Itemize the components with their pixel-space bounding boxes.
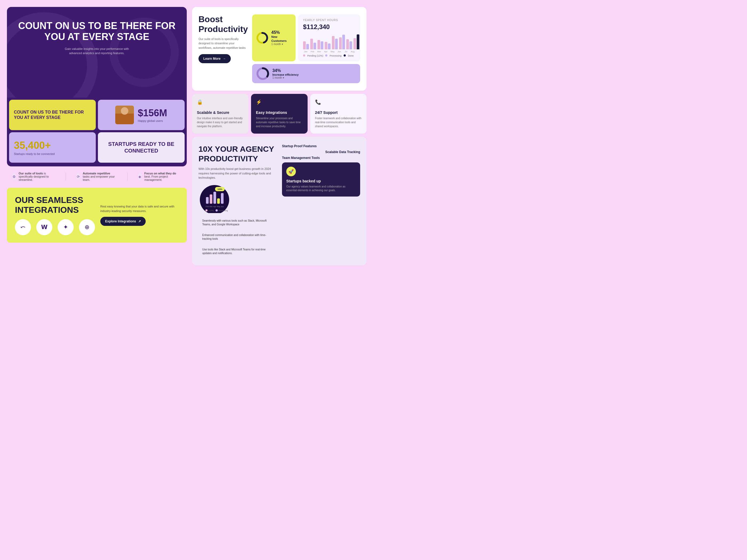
- stat-startups-text: STARTUPS READY TO BE CONNECTED: [103, 141, 180, 154]
- ticker-text-1: Our suite of tools is specifically desig…: [19, 172, 55, 181]
- svg-rect-12: [221, 193, 224, 204]
- phone-icon: 📞: [315, 99, 324, 108]
- bar-jul-1: [346, 39, 349, 49]
- bar-feb-1: [310, 39, 313, 49]
- integration-icon-3: ✦: [58, 219, 74, 235]
- learn-more-arrow: →: [223, 57, 226, 60]
- ticker-item-2: ⟳ Automate repetitive tasks and empower …: [76, 172, 116, 181]
- stats-grid: COUNT ON US TO BE THERE FOR YOU AT EVERY…: [7, 98, 187, 166]
- bar-group-jul: [346, 39, 352, 49]
- month-jan: Jan: [303, 50, 308, 53]
- chart-bars: [303, 33, 355, 49]
- bar-may-1: [332, 36, 335, 49]
- svg-rect-9: [210, 194, 212, 204]
- new-customers-widget: 45% New Customers 1 month ▾: [252, 15, 295, 61]
- svg-text:Apr: Apr: [213, 206, 216, 208]
- right-panel: Boost Productivity Our suite of tools is…: [187, 7, 366, 265]
- highlight-desc: Our agency values teamwork and collabora…: [286, 185, 356, 192]
- efficiency-value: 34%: [273, 68, 299, 73]
- ticker-icon-1: ⚙: [12, 173, 16, 180]
- integrations-section: OUR SEAMLESS INTEGRATIONS ⤺ 𝗪 ✦ ⊕ Rest e…: [7, 188, 187, 243]
- legend-label-pending: Pending (12%): [307, 54, 323, 57]
- bar-group-jun: [339, 35, 345, 49]
- bar-apr-2: [328, 44, 331, 49]
- prod-chart-svg: 120h Feb Mar Apr May Jun ( 12%) Processi…: [199, 184, 247, 213]
- bar-group-may: [332, 36, 338, 49]
- efficiency-sub[interactable]: 1 month ▾: [273, 76, 299, 79]
- productivity-section: 10X YOUR AGENCY PRODUCTIVITY With 10x pr…: [192, 137, 366, 265]
- efficiency-widget: 34% Increase efficiency 1 month ▾: [252, 64, 360, 83]
- month-apr: Apr: [323, 50, 328, 53]
- benefit-item-3: Use tools like Slack and Microsoft Teams…: [199, 245, 277, 258]
- ticker-icon-3: ◈: [138, 173, 141, 180]
- benefit-item-1: Seamlessly with various tools such as Sl…: [199, 216, 277, 229]
- ticker-divider-2: [127, 172, 128, 181]
- bar-may-2: [335, 39, 338, 49]
- lightning-icon: ⚡: [256, 99, 264, 108]
- feature-card-scalable: 🔒 Scalable & Secure Our intuitive interf…: [192, 94, 248, 134]
- bar-group-apr: [325, 42, 331, 49]
- month-aug: Aug: [350, 50, 355, 53]
- new-customers-info: 45% New Customers 1 month ▾: [271, 30, 292, 46]
- explore-btn-arrow: ↗: [138, 219, 141, 223]
- integrations-icons-row: ⤺ 𝗪 ✦ ⊕: [15, 219, 95, 235]
- stat-revenue-value: $156M: [138, 107, 167, 119]
- boost-widgets: 45% New Customers 1 month ▾ YEARLY SPENT…: [252, 15, 360, 83]
- bar-mar-1: [317, 40, 320, 49]
- month-may: May: [330, 50, 335, 53]
- integration-icon-1: ⤺: [15, 219, 31, 235]
- stat-startups-sub: Startups ready to be connected: [14, 152, 91, 156]
- ticker-text-3: Focus on what they do best. From project…: [144, 172, 181, 181]
- highlight-card: 🚀 Startups backed up Our agency values t…: [282, 162, 360, 196]
- feature-card-integrations: ⚡ Easy Integrations Streamline your proc…: [251, 94, 307, 134]
- integrations-right: Rest easy knowing that your data is safe…: [100, 204, 179, 226]
- hero-subtitle: Gain valuable insights into your perform…: [59, 47, 134, 55]
- stat-slogan-label: COUNT ON US TO BE THERE FOR YOU AT EVERY…: [14, 110, 91, 120]
- bar-aug-2: [357, 34, 359, 49]
- svg-rect-8: [206, 197, 209, 204]
- prod-feature-1: Startup Proof Features: [282, 144, 360, 148]
- integration-icon-2: 𝗪: [36, 219, 52, 235]
- svg-rect-10: [213, 192, 216, 204]
- ticker-icon-2: ⟳: [76, 173, 80, 180]
- donut-sub[interactable]: 1 month ▾: [271, 43, 292, 46]
- stat-revenue-sub: Happy global users: [138, 119, 167, 123]
- integrations-left: OUR SEAMLESS INTEGRATIONS ⤺ 𝗪 ✦ ⊕: [15, 195, 95, 235]
- month-feb: Feb: [310, 50, 315, 53]
- productivity-title: 10X YOUR AGENCY PRODUCTIVITY: [199, 144, 277, 163]
- prod-feature-3: Team Management Tools: [282, 156, 360, 160]
- bar-apr-1: [325, 42, 327, 49]
- efficiency-info: 34% Increase efficiency 1 month ▾: [273, 68, 299, 79]
- svg-point-22: [215, 209, 218, 211]
- learn-more-button[interactable]: Learn More →: [199, 54, 231, 63]
- highlight-icon: 🚀: [286, 167, 296, 176]
- legend-dot-processing: [325, 54, 327, 56]
- yearly-panel: YEARLY SPENT HOURS $112,340: [298, 15, 360, 61]
- hero-title: COUNT ON US TO BE THERE FOR YOU AT EVERY…: [18, 20, 176, 43]
- bar-jun-1: [339, 37, 342, 49]
- yearly-label: YEARLY SPENT HOURS: [303, 19, 355, 22]
- productivity-right: Startup Proof Features Scalable Data Tra…: [282, 144, 360, 258]
- stat-revenue-info: $156M Happy global users: [138, 107, 167, 123]
- ticker-divider-1: [66, 172, 66, 181]
- boost-widgets-row: 45% New Customers 1 month ▾ YEARLY SPENT…: [252, 15, 360, 61]
- ticker-item-3: ◈ Focus on what they do best. From proje…: [138, 172, 181, 181]
- feature-desc-integrations: Streamline your processes and automate r…: [256, 116, 303, 128]
- benefits-list: Seamlessly with various tools such as Sl…: [199, 216, 277, 258]
- boost-title: Boost Productivity: [199, 15, 248, 34]
- svg-point-20: [205, 209, 208, 211]
- svg-text:( 12%): ( 12%): [208, 210, 214, 212]
- bar-group-mar: [317, 40, 323, 49]
- feature-title-integrations: Easy Integrations: [256, 110, 303, 115]
- feature-desc-scalable: Our intuitive interface and user-friendl…: [197, 116, 243, 128]
- svg-text:120h: 120h: [217, 188, 222, 190]
- chart-month-labels: Jan Feb Mar Apr May Jun Jul Aug: [303, 50, 355, 53]
- svg-rect-1: [115, 114, 134, 124]
- feature-title-scalable: Scalable & Secure: [197, 110, 243, 115]
- svg-text:Processing: Processing: [218, 210, 228, 212]
- explore-integrations-button[interactable]: Explore Integrations ↗: [100, 217, 146, 226]
- integrations-desc: Rest easy knowing that your data is safe…: [100, 204, 179, 213]
- boost-card: Boost Productivity Our suite of tools is…: [192, 7, 366, 91]
- ticker-item-1: ⚙ Our suite of tools is specifically des…: [12, 172, 55, 181]
- hero-section: COUNT ON US TO BE THERE FOR YOU AT EVERY…: [7, 7, 187, 98]
